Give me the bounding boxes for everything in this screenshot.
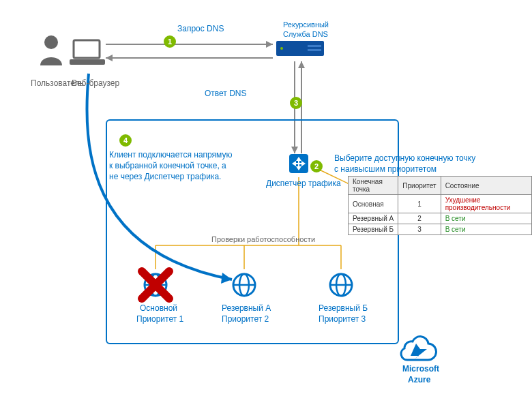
badge-1: 1: [164, 35, 176, 48]
svg-rect-17: [70, 59, 105, 65]
badge-2: 2: [310, 160, 323, 172]
endpoint-backup-a-l2: Приоритет 2: [222, 314, 269, 324]
svg-marker-3: [106, 55, 113, 61]
table-row: Резервный Б 3 В сети: [349, 224, 532, 235]
svg-point-19: [280, 47, 283, 50]
laptop-icon: [68, 37, 106, 68]
cell-priority: 3: [398, 224, 441, 235]
dns-recursive-line1: Рекурсивный: [283, 20, 329, 29]
endpoint-backup-b-l2: Приоритет 3: [319, 314, 366, 324]
user-icon: [38, 34, 65, 67]
svg-point-15: [44, 35, 58, 49]
cell-status: В сети: [441, 224, 531, 235]
x-icon: [136, 266, 175, 304]
endpoint-priority-table: Конечная точка Приоритет Состояние Основ…: [348, 176, 532, 235]
diagram-canvas: Пользователь Веб-браузер Запрос DNS 1 Ре…: [0, 0, 532, 409]
azure-label-l2: Azure: [408, 375, 430, 384]
cell-endpoint: Резервный A: [349, 213, 398, 224]
globe-icon: [231, 271, 258, 299]
traffic-manager-label: Диспетчер трафика: [266, 179, 341, 188]
dns-query-label: Запрос DNS: [177, 24, 224, 33]
svg-rect-20: [308, 45, 321, 47]
cell-priority: 1: [398, 195, 441, 213]
cell-endpoint: Резервный Б: [349, 224, 398, 235]
cell-status: В сети: [441, 213, 531, 224]
globe-icon: [327, 271, 355, 299]
cell-priority: 2: [398, 213, 441, 224]
badge-4: 4: [119, 134, 132, 147]
client-connects-l2: к выбранной конечной точке, а: [109, 161, 226, 170]
client-connects-l3: не через Диспетчер трафика.: [109, 172, 221, 181]
health-checks-label: Проверки работоспособности: [211, 235, 315, 243]
endpoint-primary-l1: Основной: [140, 303, 177, 313]
svg-rect-21: [308, 49, 321, 51]
cell-status: Ухудшение производительности: [441, 195, 531, 213]
endpoint-backup-b-l1: Резервный Б: [319, 303, 368, 313]
endpoint-primary-l2: Приоритет 1: [136, 314, 183, 324]
svg-rect-18: [276, 41, 324, 56]
azure-label-l1: Microsoft: [402, 364, 439, 374]
col-priority: Приоритет: [398, 177, 441, 195]
svg-marker-7: [298, 61, 305, 68]
endpoint-backup-a-l1: Резервный A: [222, 303, 271, 313]
choose-endpoint-l2: с наивысшим приоритетом: [334, 164, 437, 174]
col-endpoint: Конечная точка: [349, 177, 398, 195]
table-row: Основная 1 Ухудшение производительности: [349, 195, 532, 213]
traffic-manager-icon: [286, 151, 311, 176]
table-header-row: Конечная точка Приоритет Состояние: [349, 177, 532, 195]
browser-label: Веб-браузер: [72, 78, 119, 88]
dns-recursive-line2: Служба DNS: [283, 30, 328, 38]
col-status: Состояние: [441, 177, 531, 195]
table-row: Резервный A 2 В сети: [349, 213, 532, 224]
dns-response-label: Ответ DNS: [205, 89, 247, 98]
cell-endpoint: Основная: [349, 195, 398, 213]
client-connects-l1: Клиент подключается напрямую: [109, 150, 232, 160]
svg-marker-1: [266, 41, 273, 48]
server-icon: [276, 41, 324, 56]
svg-rect-16: [74, 40, 100, 58]
choose-endpoint-l1: Выберите доступную конечную точку: [334, 153, 475, 163]
azure-cloud-icon: [397, 333, 438, 361]
badge-3: 3: [290, 97, 302, 109]
